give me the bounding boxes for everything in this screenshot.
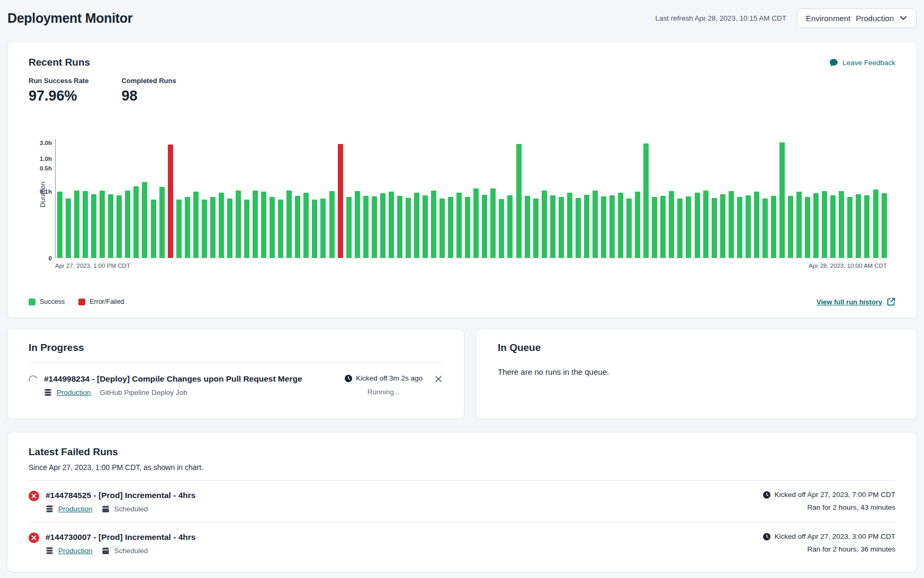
chart-bar[interactable] (703, 191, 708, 258)
chart-bar[interactable] (83, 191, 88, 258)
chart-bar[interactable] (567, 193, 572, 258)
chart-bar[interactable] (762, 198, 768, 258)
chart-bar[interactable] (125, 191, 130, 258)
view-full-run-history-link[interactable]: View full run history (817, 297, 895, 306)
chart-bar[interactable] (312, 200, 317, 258)
environment-dropdown[interactable]: Environment Production (797, 8, 917, 28)
chart-bar[interactable] (236, 191, 241, 258)
chart-bar[interactable] (244, 200, 249, 258)
chart-bar[interactable] (91, 194, 96, 258)
chart-bar[interactable] (423, 195, 428, 258)
chart-bar[interactable] (456, 193, 462, 258)
chart-bar[interactable] (720, 194, 725, 258)
chart-bar[interactable] (74, 191, 79, 258)
chart-bar[interactable] (270, 197, 275, 258)
chart-bar[interactable] (771, 196, 776, 258)
chart-bar[interactable] (737, 197, 742, 258)
chart-bar[interactable] (482, 195, 487, 258)
chart-bar[interactable] (100, 191, 105, 258)
environment-link[interactable]: Production (58, 505, 93, 513)
chart-bar[interactable] (499, 199, 504, 258)
chart-bar[interactable] (550, 195, 555, 258)
chart-bar[interactable] (805, 197, 810, 258)
chart-bar[interactable] (116, 195, 122, 258)
leave-feedback-link[interactable]: Leave Feedback (829, 58, 895, 67)
chart-bar[interactable] (320, 198, 326, 258)
chart-bar[interactable] (695, 193, 700, 258)
chart-bar[interactable] (448, 197, 453, 258)
chart-bar[interactable] (779, 142, 785, 258)
chart-bar[interactable] (542, 191, 547, 258)
chart-bar[interactable] (873, 189, 878, 258)
chart-bar[interactable] (507, 195, 513, 258)
chart-bar[interactable] (813, 193, 819, 258)
chart-bar[interactable] (465, 197, 470, 258)
chart-bar[interactable] (584, 195, 589, 258)
chart-bar[interactable] (278, 200, 283, 258)
chart-bar[interactable] (397, 196, 402, 258)
chart-bar[interactable] (822, 191, 827, 258)
environment-link[interactable]: Production (58, 547, 93, 555)
chart-bar[interactable] (286, 191, 292, 258)
chart-bar[interactable] (796, 192, 802, 258)
chart-bar[interactable] (219, 193, 224, 258)
chart-bar[interactable] (168, 144, 173, 258)
chart-bar[interactable] (712, 198, 717, 258)
chart-bar[interactable] (830, 195, 836, 258)
chart-bar[interactable] (142, 182, 147, 258)
chart-bar[interactable] (686, 196, 691, 258)
chart-bar[interactable] (660, 196, 666, 258)
chart-bar[interactable] (609, 195, 615, 258)
chart-bar[interactable] (473, 188, 479, 258)
chart-bar[interactable] (431, 191, 436, 258)
chart-bar[interactable] (227, 198, 232, 258)
chart-bar[interactable] (618, 193, 623, 258)
chart-bar[interactable] (643, 143, 649, 258)
chart-bar[interactable] (516, 144, 522, 258)
chart-bar[interactable] (576, 198, 581, 258)
chart-bar[interactable] (57, 192, 62, 258)
chart-bar[interactable] (414, 193, 419, 258)
chart-bar[interactable] (133, 186, 139, 258)
chart-bar[interactable] (559, 197, 564, 258)
chart-bar[interactable] (261, 192, 266, 258)
chart-bar[interactable] (406, 198, 411, 258)
chart-bar[interactable] (746, 195, 751, 258)
chart-bar[interactable] (490, 188, 496, 258)
chart-bar[interactable] (847, 197, 853, 258)
chart-bar[interactable] (839, 191, 844, 258)
chart-bar[interactable] (202, 200, 207, 258)
chart-bar[interactable] (754, 192, 759, 258)
chart-bar[interactable] (210, 197, 216, 258)
chart-bar[interactable] (380, 193, 385, 258)
chart-bar[interactable] (788, 196, 793, 258)
chart-bar[interactable] (151, 200, 156, 258)
chart-bar[interactable] (635, 192, 640, 258)
chart-bar[interactable] (295, 196, 300, 258)
chart-bar[interactable] (338, 144, 343, 258)
chart-bar[interactable] (346, 197, 352, 258)
chart-bar[interactable] (677, 198, 683, 258)
chart-bar[interactable] (355, 191, 360, 258)
environment-link[interactable]: Production (57, 389, 91, 396)
chart-bar[interactable] (626, 198, 632, 258)
chart-bar[interactable] (864, 195, 869, 258)
chart-bar[interactable] (329, 191, 335, 258)
chart-bar[interactable] (66, 198, 71, 258)
chart-bar[interactable] (439, 198, 445, 258)
chart-bar[interactable] (108, 194, 113, 258)
chart-bar[interactable] (652, 197, 657, 258)
chart-bar[interactable] (729, 191, 734, 258)
chart-bar[interactable] (303, 193, 309, 258)
chart-bar[interactable] (525, 196, 530, 258)
chart-bar[interactable] (669, 191, 674, 258)
chart-bar[interactable] (253, 191, 258, 258)
chart-bar[interactable] (176, 200, 182, 258)
chart-bar[interactable] (882, 193, 887, 258)
chart-bar[interactable] (533, 198, 539, 258)
close-icon[interactable] (434, 375, 443, 383)
chart-bar[interactable] (601, 196, 606, 258)
chart-bar[interactable] (389, 192, 394, 258)
chart-bar[interactable] (593, 191, 598, 258)
chart-bar[interactable] (159, 187, 165, 258)
